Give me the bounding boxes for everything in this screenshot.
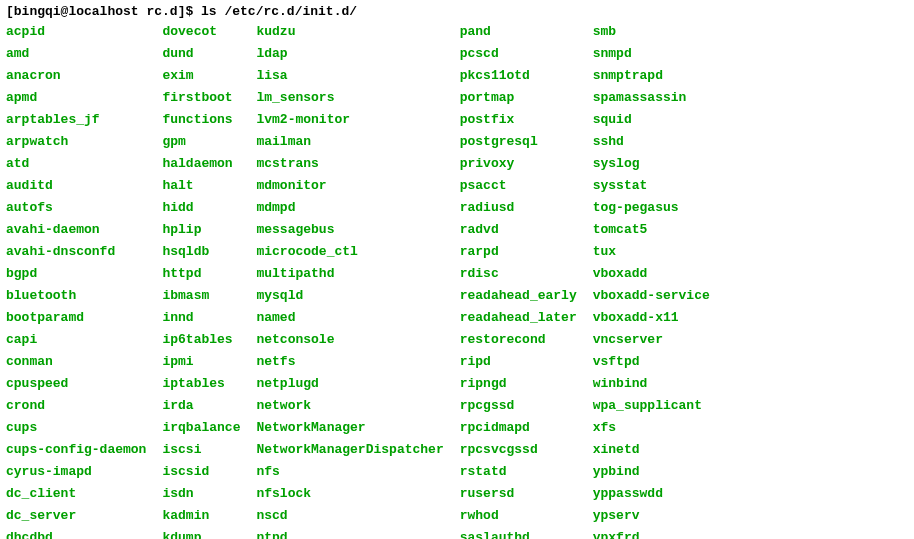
file-entry: firstboot — [162, 87, 240, 109]
file-entry: lisa — [256, 65, 443, 87]
file-entry: irda — [162, 395, 240, 417]
file-entry: portmap — [460, 87, 577, 109]
file-entry: NetworkManager — [256, 417, 443, 439]
file-entry: netconsole — [256, 329, 443, 351]
file-entry: ypbind — [593, 461, 710, 483]
file-entry: mailman — [256, 131, 443, 153]
column-1: acpidamdanacronapmdarptables_jfarpwatcha… — [6, 21, 146, 539]
file-entry: nfs — [256, 461, 443, 483]
file-entry: avahi-daemon — [6, 219, 146, 241]
file-entry: vboxadd — [593, 263, 710, 285]
file-entry: rdisc — [460, 263, 577, 285]
file-entry: hidd — [162, 197, 240, 219]
terminal-prompt: [bingqi@localhost rc.d]$ ls /etc/rc.d/in… — [6, 4, 908, 19]
file-entry: nfslock — [256, 483, 443, 505]
file-entry: tomcat5 — [593, 219, 710, 241]
file-entry: rpcidmapd — [460, 417, 577, 439]
file-entry: snmpd — [593, 43, 710, 65]
file-entry: readahead_later — [460, 307, 577, 329]
file-entry: ipmi — [162, 351, 240, 373]
file-entry: haldaemon — [162, 153, 240, 175]
file-entry: ip6tables — [162, 329, 240, 351]
file-entry: kadmin — [162, 505, 240, 527]
file-entry: gpm — [162, 131, 240, 153]
file-entry: isdn — [162, 483, 240, 505]
file-entry: readahead_early — [460, 285, 577, 307]
file-entry: capi — [6, 329, 146, 351]
file-entry: innd — [162, 307, 240, 329]
file-entry: mcstrans — [256, 153, 443, 175]
file-entry: spamassassin — [593, 87, 710, 109]
file-entry: netfs — [256, 351, 443, 373]
file-entry: auditd — [6, 175, 146, 197]
file-entry: iscsid — [162, 461, 240, 483]
file-entry: bgpd — [6, 263, 146, 285]
file-entry: iptables — [162, 373, 240, 395]
file-entry: tux — [593, 241, 710, 263]
file-entry: hsqldb — [162, 241, 240, 263]
file-entry: smb — [593, 21, 710, 43]
file-entry: rpcgssd — [460, 395, 577, 417]
file-entry: vncserver — [593, 329, 710, 351]
file-entry: mdmonitor — [256, 175, 443, 197]
file-entry: dc_server — [6, 505, 146, 527]
file-entry: atd — [6, 153, 146, 175]
file-entry: winbind — [593, 373, 710, 395]
file-entry: mysqld — [256, 285, 443, 307]
file-entry: privoxy — [460, 153, 577, 175]
file-entry: vboxadd-service — [593, 285, 710, 307]
file-entry: conman — [6, 351, 146, 373]
file-entry: ibmasm — [162, 285, 240, 307]
file-entry: dund — [162, 43, 240, 65]
file-entry: rpcsvcgssd — [460, 439, 577, 461]
file-entry: network — [256, 395, 443, 417]
file-entry: kdump — [162, 527, 240, 539]
file-entry: hplip — [162, 219, 240, 241]
file-entry: pkcs11otd — [460, 65, 577, 87]
ls-output: acpidamdanacronapmdarptables_jfarpwatcha… — [6, 21, 908, 539]
file-entry: syslog — [593, 153, 710, 175]
file-entry: cups-config-daemon — [6, 439, 146, 461]
file-entry: postfix — [460, 109, 577, 131]
file-entry: rusersd — [460, 483, 577, 505]
file-entry: dhcdbd — [6, 527, 146, 539]
file-entry: lvm2-monitor — [256, 109, 443, 131]
file-entry: microcode_ctl — [256, 241, 443, 263]
file-entry: ypserv — [593, 505, 710, 527]
file-entry: apmd — [6, 87, 146, 109]
file-entry: nscd — [256, 505, 443, 527]
file-entry: named — [256, 307, 443, 329]
file-entry: exim — [162, 65, 240, 87]
file-entry: irqbalance — [162, 417, 240, 439]
file-entry: lm_sensors — [256, 87, 443, 109]
file-entry: rstatd — [460, 461, 577, 483]
file-entry: xinetd — [593, 439, 710, 461]
file-entry: vsftpd — [593, 351, 710, 373]
file-entry: bluetooth — [6, 285, 146, 307]
column-2: dovecotdundeximfirstbootfunctionsgpmhald… — [162, 21, 240, 539]
file-entry: iscsi — [162, 439, 240, 461]
file-entry: ntpd — [256, 527, 443, 539]
file-entry: squid — [593, 109, 710, 131]
file-entry: restorecond — [460, 329, 577, 351]
file-entry: snmptrapd — [593, 65, 710, 87]
file-entry: acpid — [6, 21, 146, 43]
file-entry: NetworkManagerDispatcher — [256, 439, 443, 461]
file-entry: radvd — [460, 219, 577, 241]
file-entry: halt — [162, 175, 240, 197]
file-entry: cpuspeed — [6, 373, 146, 395]
file-entry: sysstat — [593, 175, 710, 197]
file-entry: functions — [162, 109, 240, 131]
file-entry: crond — [6, 395, 146, 417]
file-entry: wpa_supplicant — [593, 395, 710, 417]
file-entry: autofs — [6, 197, 146, 219]
column-5: smbsnmpdsnmptrapdspamassassinsquidsshdsy… — [593, 21, 710, 539]
file-entry: cyrus-imapd — [6, 461, 146, 483]
file-entry: netplugd — [256, 373, 443, 395]
file-entry: arptables_jf — [6, 109, 146, 131]
file-entry: tog-pegasus — [593, 197, 710, 219]
file-entry: mdmpd — [256, 197, 443, 219]
file-entry: rarpd — [460, 241, 577, 263]
file-entry: saslauthd — [460, 527, 577, 539]
file-entry: pand — [460, 21, 577, 43]
